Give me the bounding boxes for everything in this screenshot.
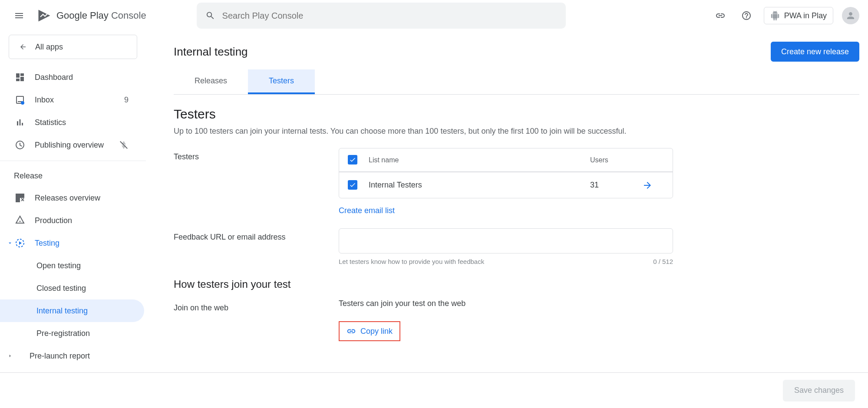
- sidebar-item-pre-registration[interactable]: Pre-registration: [0, 322, 146, 345]
- table-header: List name Users: [339, 148, 673, 172]
- join-web-control: Testers can join your test on the web Co…: [339, 299, 673, 341]
- arrow-right-icon: [642, 180, 653, 191]
- copy-link-button[interactable]: Copy link: [339, 321, 400, 341]
- sidebar-item-internal-testing[interactable]: Internal testing: [0, 299, 144, 322]
- join-web-desc: Testers can join your test on the web: [339, 299, 673, 308]
- sidebar-item-open-testing[interactable]: Open testing: [0, 254, 146, 277]
- testers-heading: Testers: [174, 107, 859, 122]
- hamburger-menu-button[interactable]: [9, 5, 30, 26]
- tab-bar: Releases Testers: [174, 69, 859, 95]
- search-icon: [205, 10, 215, 21]
- all-apps-button[interactable]: All apps: [9, 35, 137, 59]
- production-icon: [15, 215, 25, 226]
- row-checkbox[interactable]: [348, 180, 357, 190]
- header-actions: PWA in Play: [712, 7, 859, 24]
- svg-point-3: [20, 221, 21, 222]
- search-bar[interactable]: [197, 3, 566, 29]
- sidebar-item-statistics[interactable]: Statistics: [0, 111, 146, 134]
- dashboard-icon: [15, 72, 25, 82]
- feedback-hint: Let testers know how to provide you with…: [339, 258, 484, 265]
- app-selector-chip[interactable]: PWA in Play: [764, 7, 833, 24]
- publishing-status-icon: [119, 140, 129, 150]
- col-users: Users: [590, 156, 642, 164]
- sidebar-item-label: Closed testing: [36, 284, 86, 293]
- row-open-button[interactable]: [642, 180, 664, 191]
- testers-section: Testers Up to 100 testers can join your …: [174, 95, 859, 353]
- create-new-release-button[interactable]: Create new release: [771, 42, 859, 62]
- feedback-label: Feedback URL or email address: [174, 228, 339, 242]
- sidebar-item-pre-launch-report[interactable]: Pre-launch report: [0, 345, 146, 367]
- copy-link-label: Copy link: [360, 327, 393, 336]
- sidebar-section-release: Release: [0, 165, 146, 187]
- help-icon: [741, 10, 752, 21]
- tab-releases[interactable]: Releases: [174, 69, 248, 94]
- sidebar-item-label: Production: [35, 216, 72, 225]
- sidebar-item-production[interactable]: Production: [0, 209, 146, 232]
- testers-table: List name Users Internal Testers 31: [339, 148, 673, 198]
- android-icon: [770, 11, 780, 20]
- person-icon: [845, 10, 856, 21]
- row-list-name: Internal Testers: [369, 181, 590, 190]
- sidebar-item-releases-overview[interactable]: Releases overview: [0, 187, 146, 209]
- sidebar-item-label: Pre-registration: [36, 329, 90, 338]
- caret-down-icon: [6, 239, 14, 247]
- sidebar-item-inbox[interactable]: Inbox 9: [0, 89, 146, 111]
- sidebar-item-label: Testing: [35, 239, 59, 248]
- tab-testers[interactable]: Testers: [248, 69, 315, 94]
- feedback-input[interactable]: [339, 228, 673, 253]
- svg-marker-5: [19, 241, 22, 245]
- page-header: Internal testing Create new release: [174, 35, 859, 69]
- sidebar-item-label: Inbox: [35, 95, 54, 105]
- sidebar-item-dashboard[interactable]: Dashboard: [0, 66, 146, 89]
- sidebar-item-label: Internal testing: [36, 306, 88, 316]
- create-email-list-link[interactable]: Create email list: [339, 206, 395, 215]
- sidebar-item-label: Statistics: [35, 118, 66, 127]
- feedback-control: Let testers know how to provide you with…: [339, 228, 673, 265]
- releases-overview-icon: [15, 193, 25, 203]
- footer-bar: Save changes: [0, 372, 868, 408]
- google-play-console-logo[interactable]: Google Play Console: [36, 8, 146, 23]
- search-input[interactable]: [222, 11, 557, 21]
- link-icon: [347, 326, 356, 336]
- join-test-heading: How testers join your test: [174, 278, 859, 290]
- feedback-char-counter: 0 / 512: [653, 258, 673, 265]
- sidebar-item-label: Dashboard: [35, 73, 73, 82]
- testers-table-container: List name Users Internal Testers 31: [339, 148, 673, 215]
- hamburger-icon: [14, 10, 24, 21]
- check-icon: [349, 156, 356, 163]
- sidebar-item-label: Open testing: [36, 261, 81, 270]
- testing-icon: [15, 238, 25, 248]
- feedback-row: Feedback URL or email address Let tester…: [174, 228, 859, 265]
- row-users: 31: [590, 181, 642, 190]
- publishing-icon: [15, 140, 25, 150]
- testers-list-row: Testers List name Users: [174, 148, 859, 215]
- select-all-checkbox[interactable]: [348, 155, 357, 165]
- sidebar-item-closed-testing[interactable]: Closed testing: [0, 277, 146, 299]
- inbox-badge: 9: [124, 95, 129, 105]
- inbox-icon: [15, 95, 25, 105]
- all-apps-label: All apps: [35, 43, 63, 52]
- help-button[interactable]: [738, 7, 755, 24]
- testers-description: Up to 100 testers can join your internal…: [174, 127, 859, 136]
- arrow-left-icon: [18, 43, 28, 51]
- caret-right-icon: [6, 352, 14, 360]
- testers-row-label: Testers: [174, 148, 339, 161]
- link-icon: [715, 10, 726, 21]
- app-chip-label: PWA in Play: [784, 11, 827, 20]
- sidebar-item-testing[interactable]: Testing: [0, 232, 146, 254]
- save-changes-button[interactable]: Save changes: [783, 380, 855, 401]
- svg-point-1: [21, 101, 24, 105]
- sidebar-item-label: Releases overview: [35, 194, 100, 203]
- table-row: Internal Testers 31: [339, 172, 673, 198]
- page-title: Internal testing: [174, 45, 248, 59]
- link-button[interactable]: [712, 7, 729, 24]
- logo-text: Google Play Console: [56, 10, 146, 21]
- join-web-label: Join on the web: [174, 299, 339, 313]
- user-avatar[interactable]: [842, 7, 859, 24]
- statistics-icon: [15, 117, 25, 128]
- sidebar-item-label: Pre-launch report: [30, 352, 90, 361]
- sidebar-item-publishing-overview[interactable]: Publishing overview: [0, 134, 146, 156]
- top-header: Google Play Console PWA in Play: [0, 0, 868, 31]
- sidebar-item-label: Publishing overview: [35, 141, 104, 150]
- play-console-icon: [36, 8, 52, 23]
